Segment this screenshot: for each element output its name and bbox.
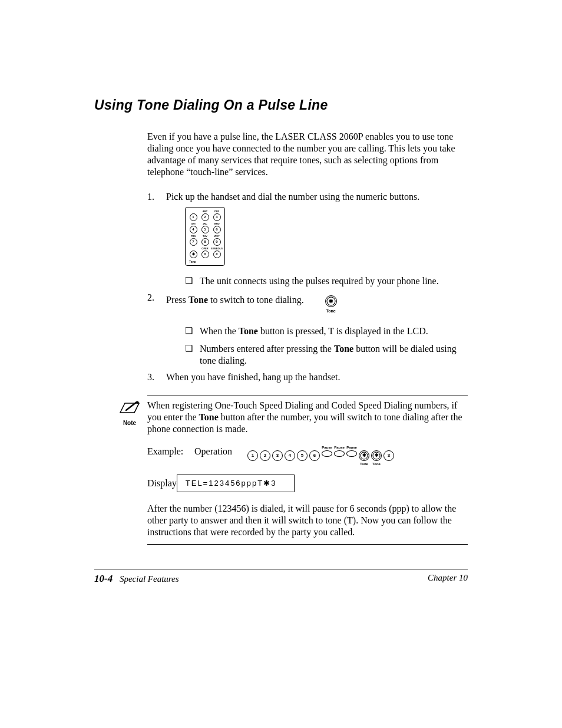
step-2-text-a: Press <box>166 295 189 305</box>
step-1-subnote: The unit connects using the pulses requi… <box>200 275 468 287</box>
keypad-key-3: 3 <box>213 213 221 221</box>
op-key-6: 6 <box>309 450 320 461</box>
tone-button-diagram: ✱ Tone <box>325 295 337 314</box>
keypad-key-star: ✱ <box>190 251 197 258</box>
chapter-label: Chapter 10 <box>428 573 468 585</box>
op-tone-1: ✱ <box>359 450 369 461</box>
op-key-final: 3 <box>384 450 394 461</box>
keypad-key-2: 2 <box>201 213 209 221</box>
op-key-4: 4 <box>285 450 295 461</box>
keypad-key-9: 9 <box>213 238 221 246</box>
keypad-key-6: 6 <box>213 226 221 233</box>
step-2-subnote-2: Numbers entered after pressing the Tone … <box>200 343 468 367</box>
note-label: Note <box>112 420 147 426</box>
keypad-key-1: 1 <box>190 213 197 221</box>
tone-button-label: Tone <box>326 308 336 314</box>
intro-paragraph: Even if you have a pulse line, the LASER… <box>147 131 468 178</box>
tone-button-icon: ✱ <box>325 295 337 307</box>
keypad-key-hash: # <box>213 251 221 258</box>
step-3: When you have finished, hang up the hand… <box>147 371 468 384</box>
operation-sequence: 1 2 3 4 5 6 Pause Pause Pause ✱Tone ✱Ton… <box>247 446 394 466</box>
lcd-display: TEL=123456pppT✱3 <box>177 475 295 492</box>
step-2-subnote-1: When the Tone button is pressed, T is di… <box>200 325 468 337</box>
op-tone-2: ✱ <box>371 450 382 461</box>
op-pause-2 <box>334 450 345 457</box>
example-label: Example: <box>147 446 194 457</box>
op-pause-1 <box>322 450 332 457</box>
step-1: Pick up the handset and dial the number … <box>147 191 468 287</box>
keypad-key-4: 4 <box>190 226 197 233</box>
op-key-3: 3 <box>272 450 283 461</box>
step-1-text: Pick up the handset and dial the number … <box>166 192 419 202</box>
note-paragraph-1: When registering One-Touch Speed Dialing… <box>147 400 462 434</box>
keypad-key-8: 8 <box>201 238 209 246</box>
op-pause-3 <box>346 450 357 457</box>
keypad-key-5: 5 <box>201 226 209 233</box>
note-paragraph-2: After the number (123456) is dialed, it … <box>147 503 468 538</box>
bullet-icon: ❏ <box>185 325 193 337</box>
page-number: 10-4 <box>94 573 113 584</box>
step-2-text-b: to switch to tone dialing. <box>208 295 304 305</box>
keypad-diagram: 1 ABC2 DEF3 GHI4 JKL5 MNO6 PRS7 TUV8 WXY… <box>185 207 225 266</box>
note-icon: Note <box>112 400 147 426</box>
op-key-5: 5 <box>297 450 308 461</box>
step-2: Press Tone to switch to tone dialing. ✱ … <box>147 292 468 367</box>
keypad-key-0: 0 <box>201 251 209 258</box>
display-label: Display <box>147 477 177 489</box>
section-heading: Using Tone Dialing On a Pulse Line <box>94 97 468 113</box>
operation-label: Operation <box>194 446 247 457</box>
op-key-1: 1 <box>247 450 258 461</box>
op-key-2: 2 <box>260 450 270 461</box>
page-footer: 10-4 Special Features Chapter 10 <box>94 569 468 585</box>
keypad-tone-label: Tone <box>189 260 221 264</box>
bullet-icon: ❏ <box>185 275 193 287</box>
keypad-key-7: 7 <box>190 238 197 246</box>
step-3-text: When you have finished, hang up the hand… <box>166 372 340 382</box>
bullet-icon: ❏ <box>185 343 193 367</box>
section-name: Special Features <box>120 574 179 584</box>
